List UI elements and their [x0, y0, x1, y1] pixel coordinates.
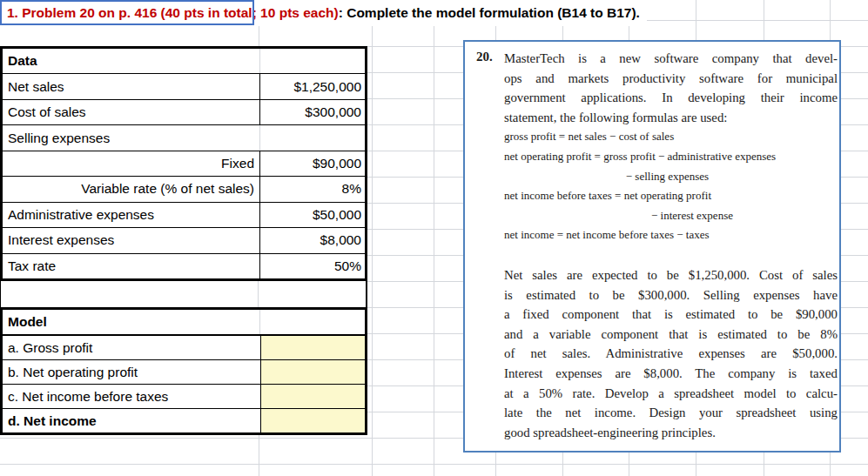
grid-vline	[434, 0, 434, 476]
cell-administrative-expenses-label[interactable]: Administrative expenses	[3, 203, 260, 227]
cell-selling-expenses-value[interactable]	[260, 125, 365, 150]
problem-formulas: gross profit = net sales − cost of sales…	[504, 127, 838, 245]
problem-number: 20.	[476, 50, 493, 64]
cell-data-header-value[interactable]	[260, 49, 365, 73]
title-cell[interactable]: 1. Problem 20 on p. 416 (40 pts in total…	[0, 0, 647, 26]
cell-interest-expenses-label[interactable]: Interest expenses	[3, 228, 260, 252]
table-row: Administrative expenses $50,000	[3, 202, 365, 227]
cell-gross-profit-input[interactable]	[260, 336, 365, 359]
table-row: Selling expenses	[3, 124, 365, 150]
cell-tax-rate-value[interactable]: 50%	[260, 254, 365, 278]
problem-body-paragraph: Net sales are expected to be $1,250,000.…	[504, 265, 838, 442]
problem-text: MasterTech is a new software company tha…	[504, 49, 838, 442]
spreadsheet-screen: 1. Problem 20 on p. 416 (40 pts in total…	[0, 0, 868, 476]
table-row: d. Net income	[3, 408, 365, 432]
data-table: Data Net sales $1,250,000 Cost of sales …	[0, 46, 367, 281]
cell-model-header[interactable]: Model	[3, 310, 260, 334]
cell-net-sales-value[interactable]: $1,250,000	[260, 74, 365, 98]
cell-net-operating-profit-label[interactable]: b. Net operating profit	[3, 360, 260, 384]
table-row: Interest expenses $8,000	[3, 227, 365, 252]
cell-net-income-label[interactable]: d. Net income	[3, 409, 260, 432]
cell-net-operating-profit-input[interactable]	[260, 360, 365, 384]
model-table: Model a. Gross profit b. Net operating p…	[0, 307, 367, 435]
cell-variable-rate-value[interactable]: 8%	[260, 177, 365, 201]
problem-intro-paragraph: MasterTech is a new software company tha…	[504, 49, 838, 127]
table-row: Net sales $1,250,000	[3, 73, 365, 98]
grid-vline	[372, 0, 373, 476]
cell-data-header[interactable]: Data	[3, 49, 260, 73]
problem-statement-image: 20. MasterTech is a new software company…	[463, 40, 841, 453]
cell-cost-of-sales-label[interactable]: Cost of sales	[3, 100, 260, 124]
table-row: Fixed $90,000	[3, 151, 365, 176]
table-row: Model	[3, 310, 365, 336]
table-row: Cost of sales $300,000	[3, 99, 365, 124]
table-row: a. Gross profit	[3, 336, 365, 359]
cell-tax-rate-label[interactable]: Tax rate	[3, 254, 260, 278]
table-row: c. Net income before taxes	[3, 384, 365, 408]
cell-gross-profit-label[interactable]: a. Gross profit	[3, 336, 260, 359]
cell-cost-of-sales-value[interactable]: $300,000	[260, 100, 365, 124]
table-row: Variable rate (% of net sales) 8%	[3, 176, 365, 201]
table-row: Tax rate 50%	[3, 253, 365, 278]
table-row: b. Net operating profit	[3, 359, 365, 384]
cell-net-sales-label[interactable]: Net sales	[3, 74, 260, 98]
cell-interest-expenses-value[interactable]: $8,000	[260, 228, 365, 252]
cell-net-income-input[interactable]	[260, 409, 365, 432]
grid-vline	[258, 281, 259, 307]
cell-fixed-value[interactable]: $90,000	[260, 151, 365, 176]
cell-net-income-before-taxes-label[interactable]: c. Net income before taxes	[3, 385, 260, 408]
cell-fixed-label[interactable]: Fixed	[3, 151, 260, 176]
cell-net-income-before-taxes-input[interactable]	[260, 385, 365, 408]
cell-selling-expenses-label[interactable]: Selling expenses	[3, 125, 260, 150]
cell-model-header-value[interactable]	[260, 310, 365, 334]
cell-variable-rate-label[interactable]: Variable rate (% of net sales)	[3, 177, 260, 201]
title-red-segment: 1. Problem 20 on p. 416 (40 pts in total…	[7, 5, 339, 21]
spacer-row	[0, 281, 367, 307]
table-row: Data	[3, 49, 365, 73]
title-black-segment: : Complete the model formulation (B14 to…	[339, 5, 640, 21]
cell-administrative-expenses-value[interactable]: $50,000	[260, 203, 365, 227]
